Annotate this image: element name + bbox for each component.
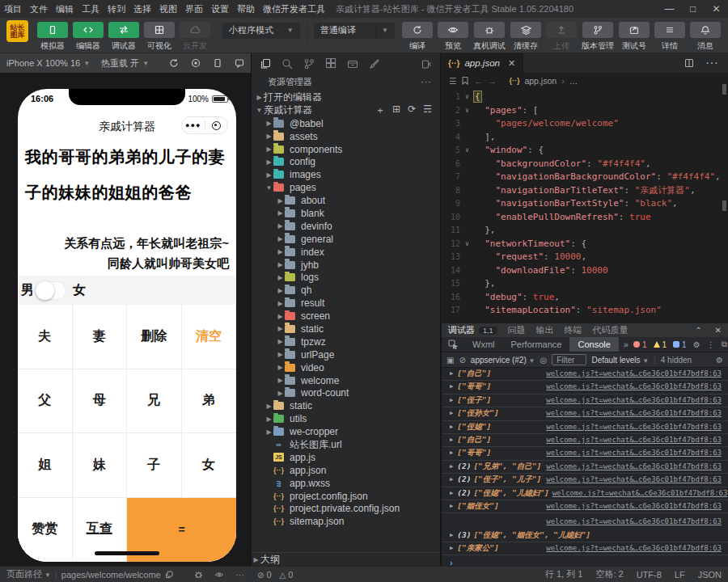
console-source-link[interactable]: welcome.js?t=wechat&…c6e36c01bf47bdf8:63 [546, 544, 722, 552]
close-button[interactable]: ✕ [705, 3, 728, 15]
console-sidebar-icon[interactable]: ▣ [447, 356, 454, 365]
key-妻[interactable]: 妻 [73, 305, 128, 369]
new-file-icon[interactable]: ＋ [375, 103, 385, 117]
panel-close-icon[interactable]: ✕ [715, 326, 722, 335]
console-filter-input[interactable]: Filter [552, 354, 586, 365]
activity-brush-icon[interactable] [369, 58, 380, 70]
console-entry[interactable]: ["自己"]welcome.js?t=wechat&…c6e36c01bf47b… [442, 368, 728, 381]
info-badge[interactable]: 1 [673, 340, 687, 349]
console-source-link[interactable]: welcome.js?t=wechat&…c6e36c01bf47bdf8:63 [546, 449, 722, 457]
console-entry[interactable]: ["自己"]welcome.js?t=wechat&…c6e36c01bf47b… [442, 434, 728, 447]
panel-collapse-icon[interactable]: ⌃ [695, 326, 701, 335]
debugger-tab-4[interactable]: 终端 [565, 324, 582, 336]
hot-reload-select[interactable]: 热重载 开 [101, 57, 139, 70]
tree-item-utils[interactable]: ▶utils [252, 412, 440, 425]
console-input[interactable]: › [442, 555, 728, 566]
language-mode[interactable]: JSON [698, 570, 722, 580]
warning-badge[interactable]: 1 [654, 340, 667, 349]
tree-item-@babel[interactable]: ▶@babel [252, 117, 440, 130]
devtools-settings-icon[interactable]: ⚙ [693, 340, 700, 349]
tree-item-app.wxss[interactable]: ᴟapp.wxss [252, 477, 440, 490]
devtools-tab-console[interactable]: Console [569, 337, 618, 352]
console-source-link[interactable]: welcome.js?t=wechat&…c6e36c01bf47bdf8:63 [546, 382, 722, 390]
tree-item-result[interactable]: ▶result [252, 297, 440, 310]
menu-5[interactable]: 转到 [104, 3, 129, 15]
mode-select[interactable]: 小程序模式▼ [222, 23, 300, 39]
devtools-menu-icon[interactable]: ⋮ [707, 340, 715, 349]
levels-select[interactable]: Default levels ▼ [591, 356, 649, 365]
tree-item-tpzwz[interactable]: ▶tpzwz [252, 335, 440, 348]
console-source-link[interactable]: welcome.js?t=wechat&…c6e36c01bf47bdf8:63 [546, 462, 722, 470]
console-entry[interactable]: ["哥哥"]welcome.js?t=wechat&…c6e36c01bf47b… [442, 447, 728, 460]
outline-icon[interactable]: ☰ [449, 76, 456, 86]
tree-item-index[interactable]: ▶index [252, 246, 440, 259]
console-entry[interactable]: ["姻侄女"]welcome.js?t=wechat&…c6e36c01bf47… [442, 500, 728, 513]
console-entry[interactable]: welcome.js?t=wechat&…c6e36c01bf47bdf8:63… [442, 513, 728, 542]
console-entry[interactable]: (2)["侄子", "儿子"]welcome.js?t=wechat&…c6e3… [442, 474, 728, 487]
console-entry[interactable]: (2)["侄媳", "儿媳妇"]welcome.js?t=wechat&…c6e… [442, 487, 728, 500]
console-entry[interactable]: ["侄媳"]welcome.js?t=wechat&…c6e36c01bf47b… [442, 421, 728, 434]
clear-console-icon[interactable]: ⊘ [459, 356, 465, 365]
menu-4[interactable]: 工具 [78, 3, 104, 15]
debugger-tab-5[interactable]: 代码质量 [593, 324, 629, 336]
tree-item-word-count[interactable]: ▶word-count [252, 386, 440, 399]
tree-item-images[interactable]: ▶images [252, 168, 440, 181]
statusbar-bug-icon[interactable] [194, 570, 203, 579]
console-source-link[interactable]: welcome.js?t=wechat&…c6e36c01bf47bdf8:63 [546, 436, 722, 444]
outline-section[interactable]: ▶大纲 [252, 552, 440, 566]
toolbar-export-button[interactable]: 测试号 [619, 22, 650, 52]
tree-item-devinfo[interactable]: ▶devinfo [252, 220, 440, 233]
tree-item-urlPage[interactable]: ▶urlPage [252, 348, 440, 361]
tree-item-we-cropper[interactable]: ▶we-cropper [252, 425, 440, 438]
encoding[interactable]: UTF-8 [637, 570, 662, 580]
breadcrumb-file[interactable]: app.json [524, 76, 557, 86]
menu-2[interactable]: 文件 [26, 3, 52, 15]
console-source-link[interactable]: welcome.js?t=wechat&…c6e36c01bf47bdf8:63 [546, 369, 722, 377]
key-子[interactable]: 子 [127, 433, 182, 498]
console-entry[interactable]: (2)["兄弟", "自己"]welcome.js?t=wechat&…c6e3… [442, 461, 728, 474]
console-source-link[interactable]: welcome.js?t=wechat&…c6e36c01bf47bdf8:63 [546, 409, 722, 417]
tree-item-assets[interactable]: ▶assets [252, 130, 440, 143]
toolbar-code-button[interactable]: 编辑器 [73, 22, 104, 52]
eol[interactable]: LF [675, 570, 685, 580]
cursor-position[interactable]: 行 1, 列 1 [545, 568, 582, 580]
toolbar-layers-button[interactable]: 清缓存 [510, 22, 541, 52]
zzkku-logo[interactable]: 站长图库 [6, 20, 28, 42]
console-settings-icon[interactable]: ⚙ [716, 356, 723, 365]
menu-7[interactable]: 视图 [155, 3, 181, 15]
devtools-tab-performance[interactable]: Performance [503, 337, 570, 352]
toolbar-phone-button[interactable]: 模拟器 [37, 22, 68, 52]
activity-search-icon[interactable] [281, 58, 293, 70]
compile-select[interactable]: 普通编译▼ [314, 23, 395, 39]
warning-count[interactable]: △ 0 [280, 570, 294, 580]
console-entry[interactable]: ["侄子"]welcome.js?t=wechat&…c6e36c01bf47b… [442, 394, 728, 407]
menu-8[interactable]: 界面 [181, 3, 207, 15]
toolbar-bug-button[interactable]: 真机调试 [473, 22, 506, 52]
key-姐[interactable]: 姐 [18, 433, 73, 498]
maximize-button[interactable]: □ [681, 3, 705, 15]
key-删除[interactable]: 删除 [127, 305, 182, 369]
tree-item-站长图库.url[interactable]: ∞站长图库.url [252, 438, 440, 451]
console-source-link[interactable]: welcome.js?t=wechat&…c6e36c01bf47bdf8:63 [546, 475, 722, 483]
console-entry[interactable]: ["哥哥"]welcome.js?t=wechat&…c6e36c01bf47b… [442, 381, 728, 394]
key-清空[interactable]: 清空 [182, 305, 237, 369]
split-editor-icon[interactable] [684, 58, 694, 68]
tree-item-logs[interactable]: ▶logs [252, 271, 440, 284]
devtools-more-tabs-icon[interactable]: » [619, 340, 633, 349]
tree-item-project.private.config.json[interactable]: {··}project.private.config.json [252, 503, 440, 516]
console-source-link[interactable]: welcome.js?t=wechat&…c6e36c01bf47bdf8:63 [546, 517, 722, 525]
collapse-all-icon[interactable]: ☴ [423, 103, 432, 117]
editor-more-icon[interactable]: ··· [705, 56, 718, 70]
toolbar-branch-button[interactable]: 版本管理 [582, 22, 614, 52]
menu-3[interactable]: 编辑 [52, 3, 78, 15]
menu-6[interactable]: 选择 [129, 3, 155, 15]
menu-10[interactable]: 帮助 [233, 3, 259, 15]
menu-1[interactable]: 项目 [0, 3, 26, 15]
page-path-label[interactable]: 页面路径 ▼ [6, 568, 51, 580]
toolbar-refresh-button[interactable]: 编译 [402, 22, 433, 52]
tree-item-about[interactable]: ▶about [252, 194, 440, 207]
copy-path-icon[interactable] [165, 571, 173, 579]
debugger-tab-3[interactable]: 输出 [536, 324, 554, 336]
toolbar-lines-button[interactable]: 详情 [654, 22, 685, 52]
breadcrumb-more[interactable]: … [569, 76, 578, 86]
